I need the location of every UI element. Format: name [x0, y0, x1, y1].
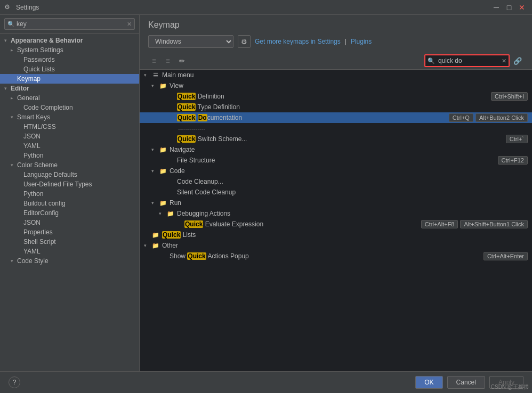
row-label: Show Quick Actions Popup	[170, 252, 483, 260]
arrow-icon: ▾	[151, 83, 159, 88]
sidebar-item-label: Color Scheme	[17, 161, 58, 169]
sidebar-search-wrap: 🔍 ✕	[4, 18, 135, 30]
maximize-button[interactable]: □	[503, 2, 515, 13]
table-row[interactable]: ▾ 📁 Debugging Actions	[140, 208, 532, 219]
minimize-button[interactable]: ─	[490, 2, 502, 13]
sidebar-item-label: Editor	[11, 85, 29, 92]
sidebar-item-general[interactable]: ▸ General	[0, 93, 139, 103]
highlight-text: Quick	[177, 93, 196, 100]
table-row[interactable]: 📁 Quick Lists	[140, 230, 532, 240]
sidebar-item-buildout-config[interactable]: Buildout config	[0, 199, 139, 208]
item-icon	[159, 252, 167, 260]
table-row[interactable]: Quick Documentation Ctrl+Q Alt+Button2 C…	[140, 112, 532, 123]
keymap-search-clear-icon[interactable]: ✕	[502, 58, 506, 64]
expand-all-button[interactable]: ≡	[148, 55, 160, 67]
item-icon	[174, 220, 182, 228]
table-row[interactable]: Quick Type Definition	[140, 102, 532, 112]
close-button[interactable]: ✕	[516, 2, 528, 13]
keymap-search-input[interactable]	[424, 54, 510, 67]
sidebar-item-json[interactable]: JSON	[0, 132, 139, 141]
folder-icon: 📁	[151, 241, 160, 250]
sidebar-item-editorconfig[interactable]: EditorConfig	[0, 208, 139, 218]
table-row[interactable]: ▾ 📁 Code	[140, 166, 532, 176]
table-row[interactable]: ▾ 📁 Navigate	[140, 144, 532, 155]
sidebar-search-input[interactable]	[4, 18, 135, 30]
sidebar-item-user-defined-file-types[interactable]: User-Defined File Types	[0, 179, 139, 189]
find-usage-button[interactable]: 🔗	[512, 55, 523, 67]
sidebar-item-properties[interactable]: Properties	[0, 227, 139, 237]
shortcuts: Ctrl+`	[506, 135, 528, 143]
sidebar-item-label: User-Defined File Types	[23, 181, 92, 188]
table-row: --------------	[140, 123, 532, 134]
collapse-all-button[interactable]: ≡	[162, 55, 174, 67]
sidebar-item-passwords[interactable]: Passwords	[0, 55, 139, 64]
sidebar-item-json2[interactable]: JSON	[0, 218, 139, 227]
sidebar-item-code-style[interactable]: ▾ Code Style	[0, 256, 139, 266]
table-row[interactable]: Quick Evaluate Expression Ctrl+Alt+F8 Al…	[140, 219, 532, 230]
sidebar-item-appearance[interactable]: ▾ Appearance & Behavior	[0, 36, 139, 45]
table-row[interactable]: File Structure Ctrl+F12	[140, 155, 532, 166]
shortcuts: Ctrl+Shift+I	[491, 92, 528, 101]
dialog-footer: ? OK Cancel Apply	[0, 371, 532, 393]
table-row[interactable]: Show Quick Actions Popup Ctrl+Alt+Enter	[140, 251, 532, 261]
sidebar-item-shell-script[interactable]: Shell Script	[0, 237, 139, 247]
sidebar-item-label: General	[17, 94, 40, 102]
title-bar: ⚙ Settings ─ □ ✕	[0, 0, 532, 15]
item-icon	[166, 188, 175, 196]
table-row[interactable]: Silent Code Cleanup	[140, 187, 532, 198]
gear-button[interactable]: ⚙	[238, 35, 251, 48]
sidebar-item-yaml[interactable]: YAML	[0, 141, 139, 151]
arrow-icon: ▸	[11, 47, 17, 53]
sidebar-item-code-completion[interactable]: Code Completion	[0, 103, 139, 112]
sidebar-search-clear-icon[interactable]: ✕	[127, 21, 132, 28]
sidebar-item-color-scheme[interactable]: ▾ Color Scheme	[0, 160, 139, 170]
sidebar-item-label: JSON	[23, 133, 41, 140]
item-icon	[166, 124, 175, 133]
sidebar-item-editor[interactable]: ▾ Editor	[0, 84, 139, 93]
sidebar-item-language-defaults[interactable]: Language Defaults	[0, 170, 139, 179]
ok-button[interactable]: OK	[415, 376, 442, 389]
sidebar-item-python2[interactable]: Python	[0, 189, 139, 199]
table-row[interactable]: Code Cleanup...	[140, 176, 532, 187]
sidebar-item-html-css[interactable]: HTML/CSS	[0, 122, 139, 132]
item-icon	[166, 177, 175, 186]
row-label: Quick Switch Scheme...	[177, 135, 506, 143]
arrow-icon: ▾	[11, 258, 17, 264]
sidebar-item-label: HTML/CSS	[23, 123, 56, 130]
app-icon: ⚙	[4, 3, 13, 12]
cancel-button[interactable]: Cancel	[447, 376, 485, 389]
sidebar-item-label: Language Defaults	[23, 171, 77, 178]
sidebar-item-yaml2[interactable]: YAML	[0, 247, 139, 256]
separator-label: --------------	[177, 125, 528, 132]
edit-button[interactable]: ✏	[176, 55, 188, 67]
title-bar-text: Settings	[16, 4, 490, 11]
get-more-keymaps-link[interactable]: Get more keymaps in Settings	[255, 38, 341, 45]
sidebar-item-python[interactable]: Python	[0, 151, 139, 160]
arrow-icon: ▾	[4, 38, 11, 43]
keymap-tree: ▾ ☰ Main menu ▾ 📁 View	[140, 70, 532, 371]
help-button[interactable]: ?	[9, 376, 20, 388]
table-row[interactable]: ▾ 📁 Other	[140, 240, 532, 251]
table-row[interactable]: Quick Definition Ctrl+Shift+I	[140, 91, 532, 102]
table-row[interactable]: ▾ ☰ Main menu	[140, 70, 532, 80]
keymap-select[interactable]: Windows	[148, 35, 233, 48]
sidebar-item-label: Python	[23, 190, 43, 198]
sidebar-item-system-settings[interactable]: ▸ System Settings	[0, 45, 139, 55]
plugins-link[interactable]: Plugins	[351, 38, 372, 45]
row-label: Code	[170, 167, 528, 175]
arrow-icon: ▾	[11, 114, 17, 120]
sidebar-item-quick-lists[interactable]: Quick Lists	[0, 64, 139, 74]
sidebar-search-area: 🔍 ✕	[0, 15, 139, 34]
arrow-icon: ▾	[4, 86, 11, 91]
folder-icon: 📁	[159, 145, 167, 154]
sidebar-item-label: Keymap	[17, 75, 41, 83]
shortcuts: Ctrl+Q Alt+Button2 Click	[449, 113, 528, 122]
sidebar-item-label: EditorConfig	[23, 209, 59, 217]
sidebar-item-smart-keys[interactable]: ▾ Smart Keys	[0, 112, 139, 122]
sidebar-item-keymap[interactable]: Keymap	[0, 74, 139, 84]
watermark: CSDN @王摇摆	[491, 383, 529, 391]
table-row[interactable]: Quick Switch Scheme... Ctrl+`	[140, 134, 532, 144]
table-row[interactable]: ▾ 📁 View	[140, 80, 532, 91]
shortcut-tag: Ctrl+Alt+Enter	[483, 252, 528, 260]
table-row[interactable]: ▾ 📁 Run	[140, 198, 532, 208]
